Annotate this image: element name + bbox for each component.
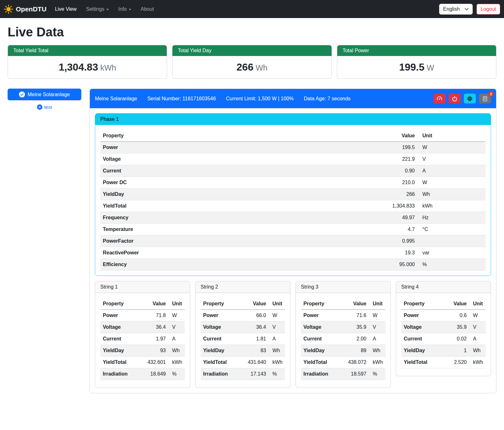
table-row: YieldTotal 431.640 kWh: [201, 357, 285, 368]
property-unit: Wh: [369, 345, 385, 357]
inverter-card: Meine Solaranlage Serial Number: 1161716…: [90, 89, 496, 393]
property-unit: Wh: [417, 189, 486, 200]
property-value: 431.640: [245, 357, 269, 368]
string-table-body: Power 71.8 W Voltage 36.4 V: [100, 310, 185, 380]
string-table: Property Value Unit Power: [201, 298, 285, 380]
logout-button[interactable]: Logout: [476, 4, 500, 15]
inverter-card-body: Phase 1 Property Value Unit: [90, 108, 496, 393]
power-button[interactable]: [449, 94, 461, 103]
sidebar-item-test[interactable]: test: [8, 104, 81, 110]
summary-card-body: 266Wh: [172, 56, 331, 78]
property-value: 199.5: [379, 142, 417, 153]
property-name: YieldDay: [201, 345, 245, 357]
property-value: 71.8: [145, 310, 168, 321]
nav-info[interactable]: Info: [114, 4, 136, 15]
property-unit: kWh: [417, 200, 486, 212]
property-unit: %: [369, 368, 385, 380]
phase-table: Property Value Unit Power: [100, 130, 486, 271]
property-value: 66.0: [245, 310, 269, 321]
property-value: 93: [145, 345, 168, 357]
property-value: 2.00: [345, 333, 369, 345]
col-value: Value: [345, 298, 369, 310]
property-value: 18.597: [345, 368, 369, 380]
nav-settings[interactable]: Settings: [81, 4, 114, 15]
check-circle-icon: [19, 91, 25, 97]
property-name: YieldDay: [401, 345, 447, 357]
property-value: 1: [447, 345, 469, 357]
summary-card-body: 1,304.83kWh: [8, 56, 167, 78]
nav-about[interactable]: About: [136, 4, 159, 15]
col-property: Property: [201, 298, 245, 310]
device-info-button[interactable]: [464, 94, 476, 103]
brand-label: OpenDTU: [16, 5, 47, 13]
table-row: Frequency 49.97 Hz: [100, 212, 486, 224]
table-row: Efficiency 95.000 %: [100, 259, 486, 271]
string-card-title: String 1: [95, 281, 190, 293]
property-name: Power: [100, 310, 145, 321]
summary-card-title: Total Yield Total: [8, 45, 167, 56]
property-unit: A: [369, 333, 385, 345]
table-row: Temperature 4.7 °C: [100, 224, 486, 235]
property-value: 2.520: [447, 357, 469, 368]
brand[interactable]: OpenDTU: [4, 4, 47, 14]
table-header-row: Property Value Unit: [100, 298, 185, 310]
property-name: YieldDay: [100, 189, 379, 200]
col-unit: Unit: [417, 130, 486, 142]
summary-unit: kWh: [100, 63, 116, 72]
string-table: Property Value Unit Power: [401, 298, 486, 368]
chevron-down-icon: [106, 9, 109, 10]
chevron-down-icon: [465, 8, 469, 10]
property-unit: W: [417, 177, 486, 189]
property-name: Current: [100, 165, 379, 177]
property-value: 89: [345, 345, 369, 357]
sidebar-inverter-label: Meine Solaranlage: [28, 92, 70, 97]
property-value: 432.601: [145, 357, 168, 368]
string-table: Property Value Unit Power: [301, 298, 385, 380]
summary-card-title: Total Yield Day: [172, 45, 331, 56]
property-unit: kWh: [369, 357, 385, 368]
property-unit: W: [417, 142, 486, 153]
summary-value: 266: [237, 61, 253, 73]
property-value: 1,304.833: [379, 200, 417, 212]
sidebar-test-label: test: [44, 104, 52, 110]
property-value: 221.9: [379, 153, 417, 165]
property-value: 35.9: [345, 321, 369, 333]
table-row: Voltage 35.9 V: [401, 321, 486, 333]
table-header-row: Property Value Unit: [301, 298, 385, 310]
property-unit: Hz: [417, 212, 486, 224]
property-name: Voltage: [100, 153, 379, 165]
property-name: Current: [401, 333, 447, 345]
property-name: Power: [401, 310, 447, 321]
navbar-right: English Logout: [439, 4, 500, 15]
sidebar-item-inverter[interactable]: Meine Solaranlage: [8, 89, 81, 100]
event-log-button[interactable]: 2: [479, 94, 491, 103]
property-unit: W: [369, 310, 385, 321]
nav-live-view[interactable]: Live View: [50, 4, 81, 15]
limit-settings-button[interactable]: [433, 94, 445, 103]
string-card-title: String 3: [296, 281, 390, 293]
page-content: Live Data Total Yield Total 1,304.83kWh …: [0, 18, 504, 398]
property-unit: Wh: [168, 345, 185, 357]
table-row: Current 0.02 A: [401, 333, 486, 345]
table-row: Power 71.8 W: [100, 310, 185, 321]
sidebar: Meine Solaranlage test: [8, 89, 81, 110]
summary-unit: W: [427, 63, 434, 72]
inverter-serial: Serial Number: 116171603546: [147, 96, 216, 102]
property-unit: °C: [417, 224, 486, 235]
property-name: YieldTotal: [201, 357, 245, 368]
language-value: English: [443, 6, 460, 12]
property-value: 438.072: [345, 357, 369, 368]
property-value: 4.7: [379, 224, 417, 235]
inverter-actions: 2: [433, 94, 491, 103]
col-property: Property: [401, 298, 447, 310]
property-name: Voltage: [301, 321, 345, 333]
table-row: YieldDay 89 Wh: [301, 345, 385, 357]
gauge-icon: [436, 96, 443, 102]
table-row: Irradiation 17.143 %: [201, 368, 285, 380]
summary-unit: Wh: [256, 63, 268, 72]
property-unit: W: [168, 310, 185, 321]
string-table-body: Power 66.0 W Voltage 36.4 V: [201, 310, 285, 380]
col-value: Value: [379, 130, 417, 142]
language-select[interactable]: English: [439, 4, 473, 15]
table-row: Voltage 36.4 V: [100, 321, 185, 333]
